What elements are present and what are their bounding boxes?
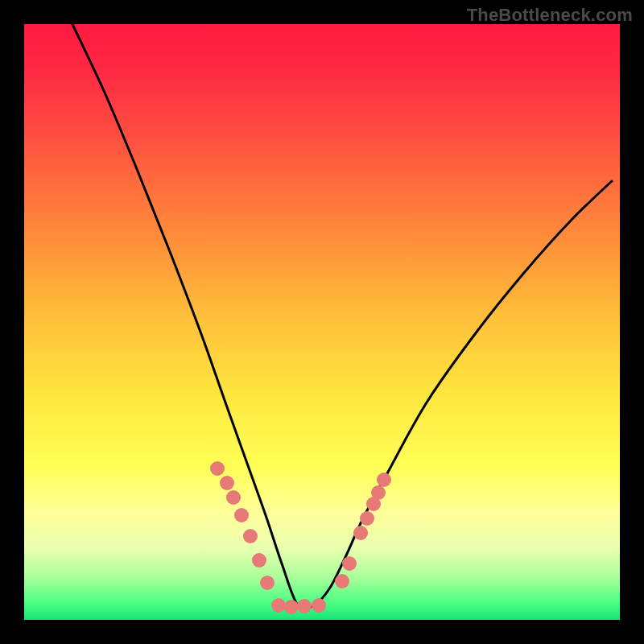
bead [353, 526, 368, 540]
bead [252, 553, 266, 568]
bead [377, 473, 391, 487]
chart-svg [24, 24, 620, 620]
bead [243, 529, 258, 543]
bead [271, 598, 286, 613]
bead [220, 476, 234, 490]
bead [335, 574, 349, 588]
bead [284, 600, 299, 614]
chart-frame: TheBottleneck.com [0, 0, 644, 644]
bead [260, 576, 275, 590]
watermark-text: TheBottleneck.com [467, 5, 633, 26]
plot-area [24, 24, 620, 620]
bead-cluster [210, 461, 391, 614]
bead [342, 556, 357, 571]
bead [371, 485, 386, 500]
bead [297, 599, 312, 613]
bead [312, 598, 326, 613]
bead [360, 511, 374, 526]
bead [234, 508, 249, 522]
bead [210, 461, 225, 476]
bead [226, 490, 241, 505]
bottleneck-curve [72, 24, 612, 609]
